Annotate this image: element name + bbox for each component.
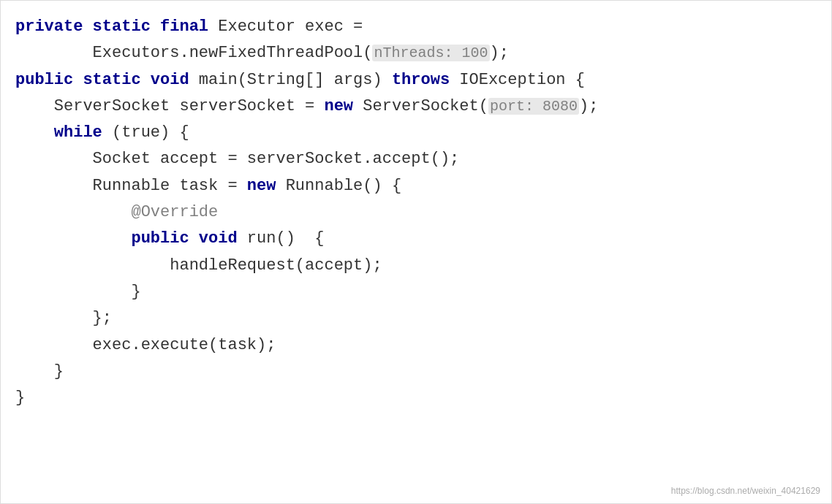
param-label-nthreads: nThreads: 100 [372,45,489,61]
param-label-port: port: 8080 [488,98,579,115]
code-text: }; [15,309,112,327]
keyword-private: private static final [15,18,208,36]
code-text: Socket accept = serverSocket.accept(); [15,150,459,168]
keyword-public: public static void [15,71,189,89]
keyword-while: while [54,123,102,142]
code-line-5: while (true) { [15,120,817,146]
code-text [15,229,131,248]
code-text: (true) { [102,123,189,142]
code-text: Runnable task = [15,177,247,195]
code-container: private static final Executor exec = Exe… [0,0,832,504]
code-text: } [15,283,141,301]
code-line-4: ServerSocket serverSocket = new ServerSo… [15,93,817,120]
code-line-11: } [15,279,817,305]
code-line-12: }; [15,305,817,332]
code-text: ); [490,44,509,62]
code-line-14: } [15,359,817,385]
code-line-10: handleRequest(accept); [15,253,817,279]
code-text: ); [579,97,598,115]
code-line-3: public static void main(String[] args) t… [15,67,817,93]
code-text: Executor exec = [208,18,363,36]
code-line-8: @Override [15,199,817,226]
keyword-new2: new [247,177,276,195]
watermark: https://blog.csdn.net/weixin_40421629 [671,486,820,496]
code-text [15,123,54,142]
code-line-13: exec.execute(task); [15,332,817,359]
code-text: handleRequest(accept); [15,256,382,275]
code-line-7: Runnable task = new Runnable() { [15,173,817,199]
code-text: Runnable() { [276,177,401,195]
code-text: Executors.newFixedThreadPool( [15,44,372,62]
code-line-9: public void run() { [15,226,817,252]
code-text: ServerSocket serverSocket = [15,97,324,115]
code-text: } [15,389,25,407]
code-text: IOException { [450,71,585,89]
code-text: exec.execute(task); [15,336,276,354]
code-line-2: Executors.newFixedThreadPool(nThreads: 1… [15,40,817,66]
annotation-override: @Override [15,203,218,221]
code-line-6: Socket accept = serverSocket.accept(); [15,146,817,172]
code-text: main(String[] args) [189,71,392,89]
code-text: run() { [238,229,325,248]
code-line-1: private static final Executor exec = [15,14,817,40]
keyword-new: new [324,97,353,115]
code-text: } [15,362,64,381]
code-text: ServerSocket( [353,97,488,115]
keyword-public-void: public void [131,229,237,248]
code-block: private static final Executor exec = Exe… [15,14,817,411]
keyword-throws: throws [392,71,450,89]
code-line-15: } [15,385,817,411]
